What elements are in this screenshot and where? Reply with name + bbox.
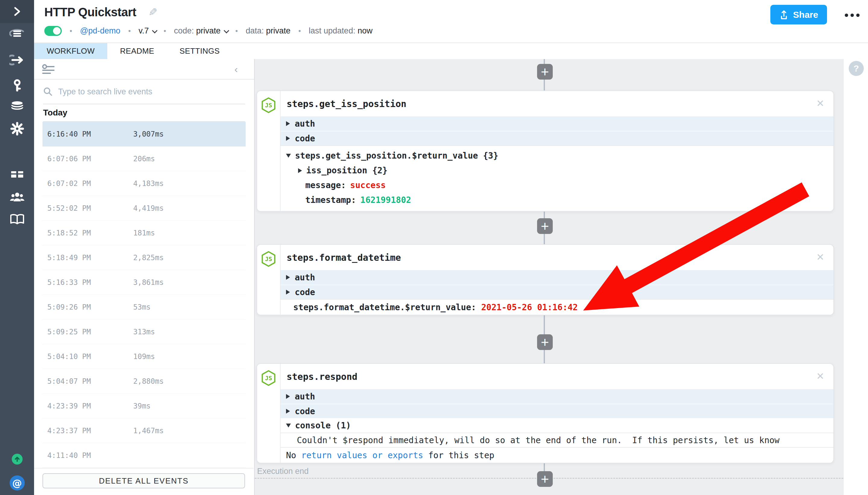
workflow-active-toggle[interactable] bbox=[44, 26, 62, 36]
pipedream-logo-icon bbox=[9, 27, 25, 40]
output-message-line: message:success bbox=[281, 178, 833, 193]
step-rail: JS bbox=[257, 245, 281, 315]
close-icon[interactable]: ✕ bbox=[816, 371, 824, 382]
step-title: steps.respond bbox=[287, 371, 358, 382]
auth-section-toggle[interactable]: auth bbox=[281, 116, 833, 131]
collapse-panel-button[interactable]: ‹ bbox=[235, 63, 238, 75]
triangle-right-icon bbox=[286, 121, 290, 126]
sidebar-account-button[interactable]: @ bbox=[0, 475, 34, 491]
output-timestamp-line: timestamp:1621991802 bbox=[281, 193, 833, 207]
step-title: steps.get_iss_position bbox=[287, 99, 406, 109]
gear-icon bbox=[10, 122, 24, 136]
add-step-button[interactable]: + bbox=[537, 218, 553, 234]
workflow-header: HTTP Quickstart ✎ • @pd-demo • v.7 • cod… bbox=[34, 0, 868, 42]
event-row[interactable]: 5:18:52 PM181ms bbox=[42, 221, 246, 245]
share-button[interactable]: Share bbox=[770, 5, 827, 24]
event-row[interactable]: 6:07:02 PM4,183ms bbox=[42, 171, 246, 196]
event-row[interactable]: 5:18:49 PM2,825ms bbox=[42, 245, 246, 270]
book-icon bbox=[9, 214, 25, 225]
step-card-respond: JS steps.respond ✕ auth code console (1)… bbox=[257, 363, 834, 463]
sidebar-item-docs[interactable] bbox=[0, 214, 34, 225]
close-icon[interactable]: ✕ bbox=[816, 252, 824, 263]
svg-text:JS: JS bbox=[265, 102, 272, 109]
sidebar-item-settings[interactable] bbox=[0, 122, 34, 136]
meta-separator: • bbox=[298, 27, 301, 35]
help-button[interactable]: ? bbox=[849, 61, 864, 76]
tab-settings[interactable]: SETTINGS bbox=[167, 43, 232, 59]
delete-all-events-button[interactable]: DELETE ALL EVENTS bbox=[42, 473, 245, 488]
execution-end-label: Execution end bbox=[257, 467, 309, 476]
chevron-down-icon bbox=[152, 28, 157, 33]
meta-separator: • bbox=[164, 27, 166, 35]
sidebar-item-community[interactable] bbox=[0, 191, 34, 203]
nodejs-icon: JS bbox=[261, 251, 276, 267]
code-section-toggle[interactable]: code bbox=[281, 131, 833, 145]
add-step-button[interactable]: + bbox=[537, 334, 553, 350]
meta-separator: • bbox=[70, 27, 72, 35]
event-row[interactable]: 6:16:40 PM3,007ms bbox=[42, 122, 246, 147]
sidebar-item-workflows[interactable] bbox=[0, 54, 34, 66]
page-title: HTTP Quickstart bbox=[44, 5, 136, 19]
add-step-button[interactable]: + bbox=[537, 471, 553, 487]
live-events-panel: ‹ Today 6:16:40 PM3,007ms 6:07:06 PM206m… bbox=[34, 59, 255, 495]
event-row[interactable]: 5:09:26 PM53ms bbox=[42, 295, 246, 320]
sidebar-upgrade-button[interactable] bbox=[0, 454, 34, 464]
chevron-right-icon bbox=[12, 5, 22, 17]
event-row[interactable]: 6:07:06 PM206ms bbox=[42, 147, 246, 171]
console-section-toggle[interactable]: console (1) bbox=[281, 418, 833, 432]
sidebar-item-sources[interactable] bbox=[0, 100, 34, 112]
tab-workflow[interactable]: WORKFLOW bbox=[34, 43, 107, 59]
event-row[interactable]: 5:04:07 PM2,880ms bbox=[42, 369, 246, 394]
iss-position-toggle[interactable]: iss_position {2} bbox=[281, 163, 833, 178]
sidebar-item-auth[interactable] bbox=[0, 79, 34, 92]
event-row[interactable]: 4:23:37 PM1,467ms bbox=[42, 419, 246, 443]
version-dropdown[interactable]: v.7 bbox=[139, 26, 156, 36]
last-updated-label: last updated: now bbox=[309, 26, 372, 36]
svg-text:JS: JS bbox=[265, 256, 272, 262]
step-card-get-iss-position: JS steps.get_iss_position ✕ auth code st… bbox=[257, 90, 834, 211]
close-icon[interactable]: ✕ bbox=[816, 98, 824, 109]
search-input[interactable] bbox=[58, 87, 245, 97]
chevron-down-icon bbox=[224, 28, 229, 33]
auth-section-toggle[interactable]: auth bbox=[281, 270, 833, 285]
event-row[interactable]: 5:16:33 PM3,861ms bbox=[42, 270, 246, 295]
sidebar-item-marketplace[interactable] bbox=[0, 169, 34, 182]
code-visibility-dropdown[interactable]: code: private bbox=[174, 26, 228, 36]
add-step-button[interactable]: + bbox=[537, 64, 553, 80]
svg-text:JS: JS bbox=[265, 375, 272, 382]
events-section-label: Today bbox=[43, 108, 67, 118]
triangle-down-icon bbox=[286, 424, 291, 427]
exports-doc-link[interactable]: return values or exports bbox=[301, 450, 423, 460]
return-value-toggle[interactable]: steps.get_iss_position.$return_value {3} bbox=[281, 148, 833, 163]
event-row[interactable]: 5:09:25 PM313ms bbox=[42, 320, 246, 344]
step-rail: JS bbox=[257, 364, 281, 463]
code-section-toggle[interactable]: code bbox=[281, 285, 833, 299]
event-row[interactable]: 4:23:39 PM39ms bbox=[42, 394, 246, 419]
account-link[interactable]: @pd-demo bbox=[80, 26, 120, 36]
sidebar-expand-button[interactable] bbox=[0, 0, 34, 23]
run-arrow-icon bbox=[9, 54, 25, 66]
key-icon bbox=[11, 79, 23, 92]
triangle-right-icon bbox=[298, 168, 302, 173]
edit-title-icon[interactable]: ✎ bbox=[148, 6, 157, 19]
triangle-right-icon bbox=[286, 394, 290, 399]
meta-separator: • bbox=[128, 27, 131, 35]
event-row[interactable]: 4:11:40 PM bbox=[42, 443, 246, 468]
database-icon bbox=[10, 100, 24, 112]
more-options-button[interactable] bbox=[845, 9, 860, 21]
sidebar-item-home[interactable] bbox=[0, 27, 34, 40]
step-title: steps.format_datetime bbox=[287, 252, 401, 263]
event-list: 6:16:40 PM3,007ms 6:07:06 PM206ms 6:07:0… bbox=[34, 122, 254, 468]
workflow-meta-row: • @pd-demo • v.7 • code: private • data:… bbox=[44, 26, 372, 36]
tab-readme[interactable]: README bbox=[107, 43, 167, 59]
help-strip: ? bbox=[843, 59, 868, 495]
code-section-toggle[interactable]: code bbox=[281, 404, 833, 418]
event-row[interactable]: 5:04:10 PM109ms bbox=[42, 344, 246, 369]
filter-events-button[interactable] bbox=[42, 63, 55, 76]
people-icon bbox=[9, 191, 25, 203]
event-row[interactable]: 5:52:02 PM4,419ms bbox=[42, 196, 246, 221]
auth-section-toggle[interactable]: auth bbox=[281, 389, 833, 404]
app-sidebar: @ bbox=[0, 0, 34, 495]
apps-grid-icon bbox=[10, 169, 24, 182]
nodejs-icon: JS bbox=[261, 370, 276, 386]
